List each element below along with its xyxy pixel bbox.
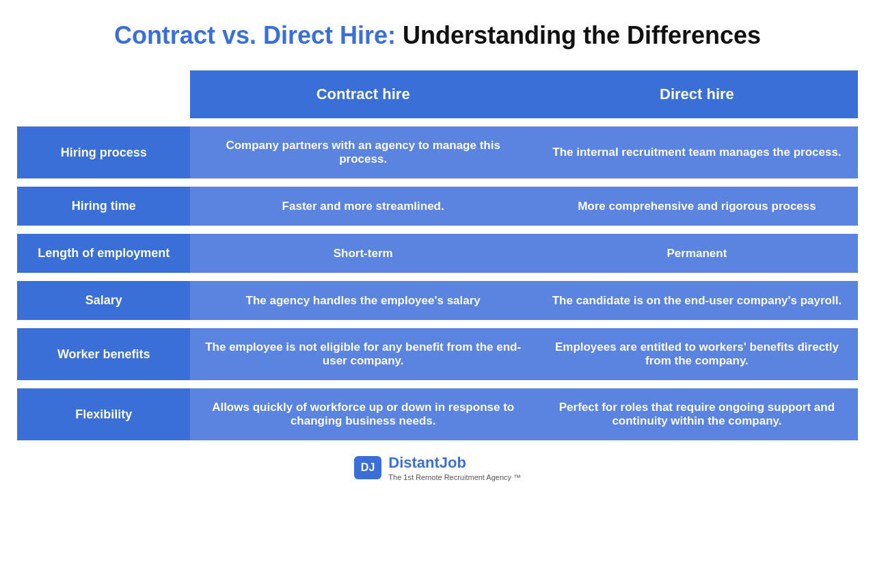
table-row: Hiring timeFaster and more streamlined.M… — [17, 187, 858, 226]
direct-cell-4: Employees are entitled to workers' benef… — [536, 328, 858, 380]
footer: DJ DistantJob The 1st Remote Recruitment… — [354, 454, 521, 481]
row-spacer — [17, 273, 858, 281]
contract-cell-1: Faster and more streamlined. — [190, 187, 535, 226]
table-row: SalaryThe agency handles the employee's … — [17, 281, 858, 320]
footer-tagline: The 1st Remote Recruitment Agency ™ — [388, 473, 521, 481]
contract-cell-4: The employee is not eligible for any ben… — [190, 328, 535, 380]
header-row: Contract hire Direct hire — [17, 70, 858, 118]
direct-header: Direct hire — [536, 70, 858, 118]
row-label-1: Hiring time — [17, 187, 190, 226]
page-title: Contract vs. Direct Hire: Understanding … — [114, 21, 761, 50]
brand-name: DistantJob — [388, 454, 521, 472]
empty-header — [17, 70, 190, 118]
row-spacer — [17, 178, 858, 187]
direct-cell-5: Perfect for roles that require ongoing s… — [536, 388, 858, 440]
contract-header: Contract hire — [190, 70, 535, 118]
table-row: Worker benefitsThe employee is not eligi… — [17, 328, 858, 380]
contract-cell-2: Short-term — [190, 234, 535, 273]
contract-cell-3: The agency handles the employee's salary — [190, 281, 535, 320]
row-spacer — [17, 226, 858, 234]
brand-block: DistantJob The 1st Remote Recruitment Ag… — [388, 454, 521, 481]
comparison-table: Contract hire Direct hire Hiring process… — [17, 70, 858, 440]
contract-cell-0: Company partners with an agency to manag… — [190, 126, 535, 178]
contract-cell-5: Allows quickly of workforce up or down i… — [190, 388, 535, 440]
row-spacer — [17, 380, 858, 388]
table-row: Hiring processCompany partners with an a… — [17, 126, 858, 178]
row-spacer — [17, 320, 858, 328]
logo-box: DJ — [354, 456, 381, 479]
row-label-0: Hiring process — [17, 126, 190, 178]
direct-cell-2: Permanent — [536, 234, 858, 273]
direct-cell-1: More comprehensive and rigorous process — [536, 187, 858, 226]
direct-cell-3: The candidate is on the end-user company… — [536, 281, 858, 320]
direct-cell-0: The internal recruitment team manages th… — [536, 126, 858, 178]
table-row: FlexibilityAllows quickly of workforce u… — [17, 388, 858, 440]
row-label-4: Worker benefits — [17, 328, 190, 380]
row-label-2: Length of employment — [17, 234, 190, 273]
table-row: Length of employmentShort-termPermanent — [17, 234, 858, 273]
row-label-3: Salary — [17, 281, 190, 320]
row-label-5: Flexibility — [17, 388, 190, 440]
logo-text: DJ — [361, 462, 375, 473]
